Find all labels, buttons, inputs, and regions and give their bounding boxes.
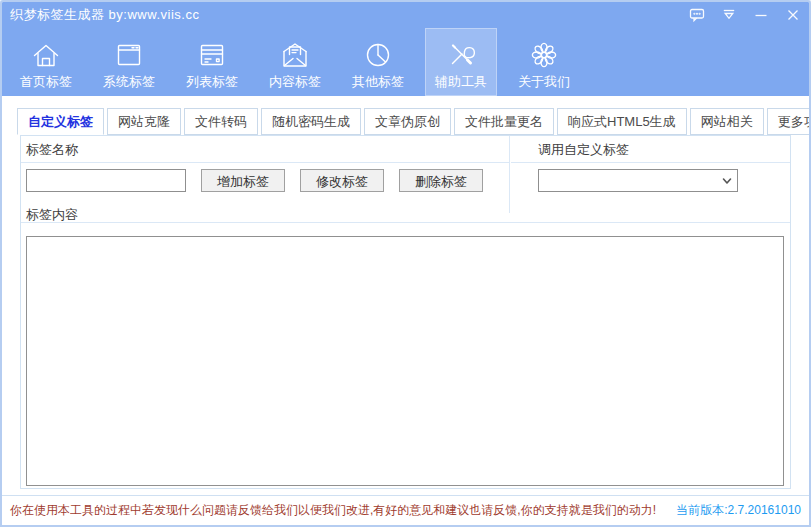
close-icon[interactable] bbox=[784, 7, 801, 24]
toolbar-item-label: 其他标签 bbox=[352, 73, 404, 90]
toolbar-item-label: 系统标签 bbox=[103, 73, 155, 90]
toolbar-item-label: 首页标签 bbox=[20, 73, 72, 90]
title-bar: 织梦标签生成器 by:www.viis.cc bbox=[2, 2, 809, 28]
toolbar-item-list-tags[interactable]: 列表标签 bbox=[176, 28, 248, 96]
home-icon bbox=[30, 39, 62, 71]
toolbar-item-other-tags[interactable]: 其他标签 bbox=[342, 28, 414, 96]
version-label: 当前版本:2.7.20161010 bbox=[676, 502, 801, 519]
toolbar-item-system-tags[interactable]: 系统标签 bbox=[93, 28, 165, 96]
tab-batch-rename[interactable]: 文件批量更名 bbox=[454, 108, 554, 135]
window-controls bbox=[688, 7, 801, 24]
tag-name-label: 标签名称 bbox=[21, 136, 509, 163]
browser-window-icon bbox=[113, 39, 145, 71]
main-toolbar: 首页标签 系统标签 列表标签 bbox=[2, 28, 809, 96]
tab-bar: 自定义标签 网站克隆 文件转码 随机密码生成 文章伪原创 文件批量更名 响应式H… bbox=[2, 96, 809, 135]
app-window: 织梦标签生成器 by:www.viis.cc bbox=[0, 0, 811, 527]
tag-name-input[interactable] bbox=[26, 169, 186, 192]
flower-icon bbox=[528, 39, 560, 71]
custom-tag-select[interactable] bbox=[538, 169, 738, 192]
skin-dropdown-icon[interactable] bbox=[720, 7, 737, 24]
custom-tags-panel: 标签名称 调用自定义标签 增加标签 修改标签 删除标签 标签内容 bbox=[20, 135, 791, 489]
tab-responsive-html5[interactable]: 响应式HTML5生成 bbox=[557, 108, 687, 135]
toolbar-item-home-tags[interactable]: 首页标签 bbox=[10, 28, 82, 96]
tab-custom-tags[interactable]: 自定义标签 bbox=[17, 108, 104, 135]
feedback-icon[interactable] bbox=[688, 7, 705, 24]
modify-tag-button[interactable]: 修改标签 bbox=[300, 169, 384, 192]
tab-random-password[interactable]: 随机密码生成 bbox=[261, 108, 361, 135]
tools-icon bbox=[445, 39, 477, 71]
tag-content-label: 标签内容 bbox=[21, 206, 790, 223]
tab-site-related[interactable]: 网站相关 bbox=[690, 108, 764, 135]
tab-file-transcode[interactable]: 文件转码 bbox=[184, 108, 258, 135]
list-card-icon bbox=[196, 39, 228, 71]
toolbar-item-label: 关于我们 bbox=[518, 73, 570, 90]
chevron-down-icon bbox=[717, 175, 737, 187]
delete-tag-button[interactable]: 删除标签 bbox=[399, 169, 483, 192]
content-area: 自定义标签 网站克隆 文件转码 随机密码生成 文章伪原创 文件批量更名 响应式H… bbox=[2, 96, 809, 495]
minimize-icon[interactable] bbox=[752, 7, 769, 24]
toolbar-item-label: 内容标签 bbox=[269, 73, 321, 90]
status-bar: 你在使用本工具的过程中若发现什么问题请反馈给我们以便我们改进,有好的意见和建议也… bbox=[2, 495, 809, 525]
toolbar-item-aux-tools[interactable]: 辅助工具 bbox=[425, 28, 497, 96]
tag-content-textarea[interactable] bbox=[26, 236, 784, 486]
tab-site-clone[interactable]: 网站克隆 bbox=[107, 108, 181, 135]
add-tag-button[interactable]: 增加标签 bbox=[201, 169, 285, 192]
tab-more-features[interactable]: 更多功能开发中 bbox=[767, 108, 811, 135]
envelope-letter-icon bbox=[279, 39, 311, 71]
toolbar-item-label: 辅助工具 bbox=[435, 73, 487, 90]
toolbar-item-about-us[interactable]: 关于我们 bbox=[508, 28, 580, 96]
pie-chart-icon bbox=[362, 39, 394, 71]
call-custom-label: 调用自定义标签 bbox=[511, 136, 790, 163]
toolbar-item-content-tags[interactable]: 内容标签 bbox=[259, 28, 331, 96]
tab-article-rewrite[interactable]: 文章伪原创 bbox=[364, 108, 451, 135]
toolbar-item-label: 列表标签 bbox=[186, 73, 238, 90]
window-title: 织梦标签生成器 by:www.viis.cc bbox=[10, 6, 199, 24]
status-message: 你在使用本工具的过程中若发现什么问题请反馈给我们以便我们改进,有好的意见和建议也… bbox=[10, 502, 656, 519]
